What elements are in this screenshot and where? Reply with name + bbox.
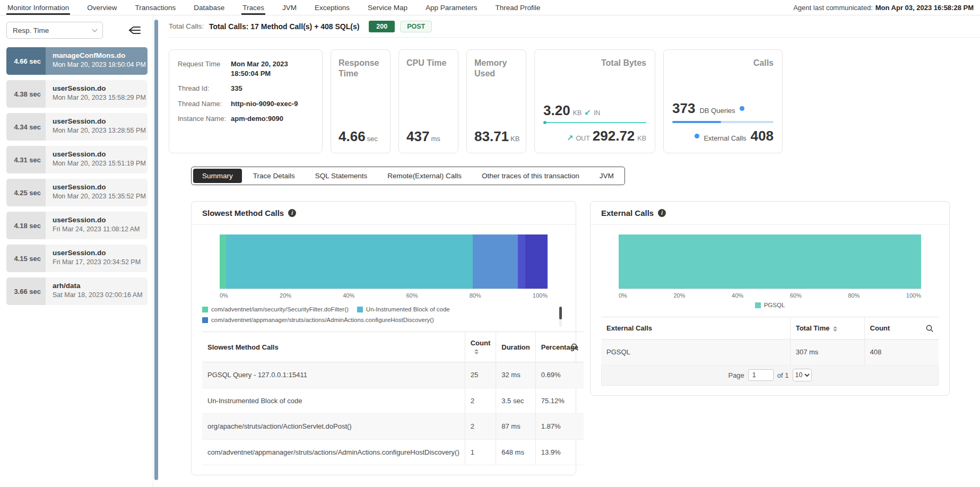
trace-list-item[interactable]: 4.34 sec userSession.do Mon Mar 20, 2023… (6, 113, 148, 141)
nav-tab[interactable]: Service Map (367, 0, 409, 15)
legend-label: Un-Instrumented Block of code (366, 306, 450, 312)
bar-segment[interactable] (525, 234, 548, 289)
table-row[interactable]: org/apache/struts/action/ActionServlet.d… (202, 414, 584, 440)
request-info-row: Request Time Mon Mar 20, 2023 18:50:04 P… (178, 59, 314, 78)
memory-used-value-row: 83.71KB (474, 128, 518, 145)
column-header-label: Count (870, 324, 890, 332)
cpu-time-value: 437 (406, 128, 429, 144)
nav-tab[interactable]: Thread Profile (495, 0, 542, 15)
column-header[interactable]: Slowest Method Calls (202, 332, 465, 362)
search-icon[interactable] (925, 324, 934, 333)
column-header[interactable]: Count (465, 332, 496, 362)
nav-tab[interactable]: Exceptions (314, 0, 351, 15)
detail-tab[interactable]: Summary (193, 169, 242, 183)
db-queries-row: 373 DB Queries (672, 100, 774, 117)
nav-tab-label: Exceptions (315, 4, 350, 12)
nav-tab[interactable]: JVM (281, 0, 298, 15)
bar-segment[interactable] (518, 234, 525, 289)
trace-name: userSession.do (53, 150, 148, 158)
trace-list-item[interactable]: 4.18 sec userSession.do Fri Mar 24, 2023… (6, 212, 148, 239)
column-header[interactable]: Total Time (790, 317, 864, 340)
trace-name: userSession.do (53, 249, 148, 257)
trace-timestamp: Mon Mar 20, 2023 15:58:29 PM (53, 94, 148, 101)
bar-segment[interactable] (473, 234, 518, 289)
bar-segment[interactable] (226, 234, 472, 289)
nav-tab[interactable]: Traces (241, 0, 265, 15)
sort-dropdown[interactable]: Resp. Time (6, 22, 103, 39)
summary-panels: Slowest Method Calls i 0%20%40%60%80%100… (191, 201, 980, 475)
legend-scrollbar-track[interactable] (559, 307, 562, 327)
legend-swatch-icon (357, 307, 363, 312)
legend-label: PGSQL (764, 302, 785, 308)
sidebar-toolbar: Resp. Time (6, 22, 148, 39)
column-header[interactable]: Duration (496, 332, 535, 362)
arrow-in-icon: ↙ (584, 108, 591, 117)
external-chart: 0%20%40%60%80%100% PGSQL (591, 225, 949, 308)
column-header[interactable]: Percentage (535, 332, 584, 362)
cell-count: 1 (465, 439, 496, 465)
slowest-method-calls-table: Slowest Method Calls Count Duration Perc… (202, 332, 584, 465)
trace-list-item[interactable]: 4.31 sec userSession.do Mon Mar 20, 2023… (6, 146, 148, 173)
sidebar-scrollbar-thumb[interactable] (154, 20, 158, 480)
cell-count: 408 (864, 340, 939, 366)
page-of-label: of 1 (777, 371, 789, 379)
bar-segment[interactable] (619, 234, 921, 289)
nav-tab[interactable]: Overview (86, 0, 118, 15)
collapse-sidebar-icon[interactable] (128, 25, 141, 36)
table-row[interactable]: Un-Instrumented Block of code 2 3.5 sec … (202, 388, 584, 414)
sort-icon[interactable] (833, 326, 837, 332)
cell-total-time: 307 ms (790, 340, 864, 366)
nav-tab-label: Service Map (368, 4, 407, 12)
table-row[interactable]: PGSQL Query - 127.0.0.1:15411 25 32 ms 0… (202, 362, 584, 388)
column-header-label: Total Time (796, 324, 830, 332)
detail-tab-label: JVM (600, 172, 614, 180)
panel-title-row: Slowest Method Calls i (192, 202, 576, 225)
cell-external-call: PGSQL (601, 340, 790, 366)
trace-list-item[interactable]: 4.15 sec userSession.do Fri Mar 17, 2023… (6, 245, 148, 272)
detail-tab-label: Trace Details (253, 172, 295, 180)
nav-tab[interactable]: App Parameters (424, 0, 479, 15)
trace-response-time: 4.18 sec (6, 212, 46, 239)
column-header[interactable]: Count (864, 317, 939, 340)
trace-list-item[interactable]: 4.66 sec manageConfMons.do Mon Mar 20, 2… (6, 47, 148, 75)
table-row[interactable]: PGSQL 307 ms 408 (601, 340, 939, 366)
request-info-label: Thread Id: (178, 84, 231, 93)
detail-tab[interactable]: Other traces of this transaction (473, 169, 588, 183)
cell-method: com/adventnet/appmanager/struts/actions/… (202, 439, 465, 465)
metric-cards-row: Request Time Mon Mar 20, 2023 18:50:04 P… (169, 49, 980, 153)
page-size-select[interactable]: 10 (793, 369, 812, 381)
trace-name: arh/data (53, 282, 148, 290)
info-icon[interactable]: i (288, 209, 296, 217)
trace-timestamp: Mon Mar 20, 2023 18:50:04 PM (53, 61, 148, 68)
trace-list-item[interactable]: 4.38 sec userSession.do Mon Mar 20, 2023… (6, 80, 148, 108)
search-icon[interactable] (570, 343, 579, 351)
axis-tick-label: 100% (906, 292, 921, 299)
legend-item: PGSQL (755, 302, 785, 308)
slowest-chart-plot: 0%20%40%60%80%100% (220, 234, 548, 299)
detail-tab[interactable]: SQL Statements (306, 169, 377, 183)
bytes-in-label: IN (594, 109, 601, 117)
detail-tab[interactable]: Trace Details (244, 169, 304, 183)
nav-tab[interactable]: Database (193, 0, 226, 15)
legend-scrollbar-thumb[interactable] (559, 307, 562, 319)
request-info-card: Request Time Mon Mar 20, 2023 18:50:04 P… (169, 49, 323, 153)
trace-list-item[interactable]: 4.25 sec userSession.do Mon Mar 20, 2023… (6, 179, 148, 206)
nav-tab[interactable]: Monitor Information (6, 0, 70, 15)
bar-segment[interactable] (220, 234, 226, 289)
detail-tab-label: Summary (202, 172, 233, 180)
page-number-input[interactable] (748, 369, 774, 381)
nav-tab[interactable]: Transactions (134, 0, 177, 15)
cpu-time-unit: ms (431, 135, 440, 143)
info-icon[interactable]: i (658, 209, 666, 217)
detail-tab[interactable]: JVM (591, 169, 623, 183)
column-header[interactable]: External Calls (601, 317, 790, 340)
external-calls-table: External Calls Total Time Count (601, 317, 939, 366)
sort-icon[interactable] (474, 349, 479, 354)
detail-tab[interactable]: Remote(External) Calls (378, 169, 471, 183)
trace-list-item[interactable]: 3.66 sec arh/data Sat Mar 18, 2023 02:00… (6, 277, 148, 305)
request-info-row: Instance Name: apm-demo:9090 (178, 114, 314, 124)
external-calls-dot-icon (695, 134, 699, 138)
table-row[interactable]: com/adventnet/appmanager/struts/actions/… (202, 439, 584, 465)
card-title: Calls (672, 58, 774, 68)
legend-item: com/adventnet/iam/security/SecurityFilte… (202, 306, 349, 312)
